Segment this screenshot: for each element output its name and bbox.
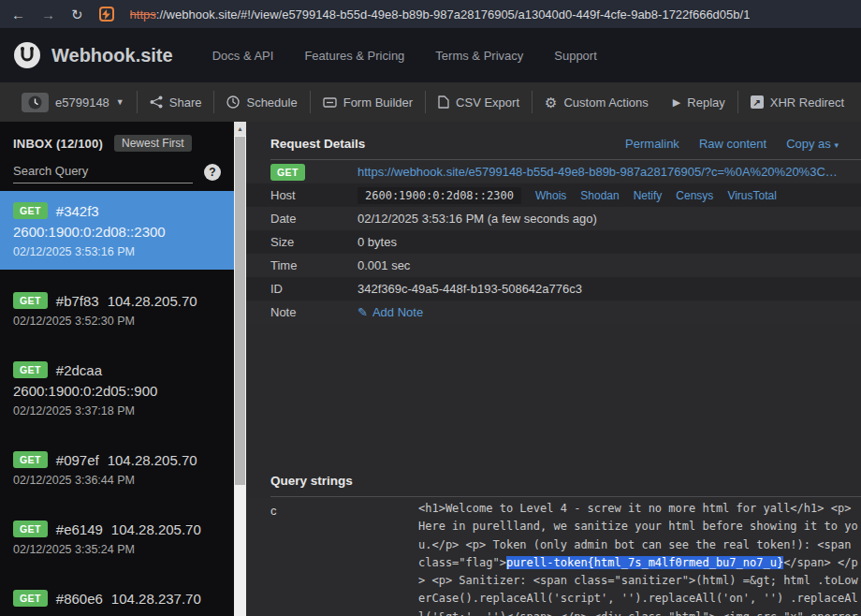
request-list-item[interactable]: GET #097ef 104.28.205.70 02/12/2025 3:36…	[0, 440, 234, 498]
request-ip: 2600:1900:0:2d08::2300	[13, 224, 221, 240]
history-badge	[22, 93, 49, 112]
table-row-host: Host 2600:1900:0:2d08::2300 Whois Shodan…	[246, 183, 861, 207]
top-nav: Docs & API Features & Pricing Terms & Pr…	[212, 49, 597, 63]
sidebar-scrollbar[interactable]: ▲	[234, 122, 246, 616]
request-id: #342f3	[56, 203, 99, 219]
replay-label: Replay	[687, 95, 724, 110]
share-icon	[150, 95, 163, 109]
method-badge: GET	[13, 590, 48, 607]
table-row-size: Size 0 bytes	[246, 230, 861, 254]
request-date: 02/12/2025 3:37:18 PM	[13, 404, 221, 418]
reload-icon[interactable]: ↻	[71, 7, 83, 22]
request-id: #b7f83	[56, 293, 99, 309]
method-badge: GET	[270, 164, 305, 181]
row-label: Note	[270, 305, 358, 319]
request-id: #860e6	[56, 591, 103, 607]
request-date: 02/12/2025 3:35:24 PM	[13, 543, 221, 556]
query-strings-title: Query strings	[246, 474, 861, 488]
scrollbar-up-arrow-icon[interactable]: ▲	[234, 122, 246, 136]
scrollbar-thumb[interactable]	[235, 137, 245, 485]
censys-link[interactable]: Censys	[676, 189, 713, 202]
back-icon[interactable]: ←	[11, 7, 25, 22]
share-button[interactable]: Share	[138, 95, 214, 110]
url-path: ://webhook.site/#!/view/e5799148-b55d-49…	[156, 7, 751, 22]
table-row-note: Note ✎Add Note	[246, 301, 861, 324]
file-icon	[438, 95, 449, 109]
whois-link[interactable]: Whois	[535, 189, 566, 202]
request-ip: 104.28.205.70	[111, 521, 201, 537]
custom-actions-label: Custom Actions	[563, 95, 648, 110]
nav-docs-api[interactable]: Docs & API	[212, 49, 274, 63]
panel-title: Request Details	[270, 137, 625, 151]
brand-title: Webhook.site	[51, 45, 173, 66]
forward-icon[interactable]: →	[41, 7, 55, 22]
search-query-input[interactable]	[13, 160, 193, 183]
csv-export-label: CSV Export	[456, 95, 519, 110]
request-id: #097ef	[56, 452, 99, 468]
method-badge: GET	[13, 292, 48, 309]
request-date: 02/12/2025 3:52:30 PM	[13, 315, 221, 328]
request-list-item[interactable]: GET #342f3 2600:1900:0:2d08::2300 02/12/…	[0, 191, 234, 270]
request-url-link[interactable]: https://webhook.site/e5799148-b55d-49e8-…	[358, 165, 838, 179]
query-param-value: <h1>Welcome to Level 4 - screw it no mor…	[418, 500, 861, 616]
extension-lightning-icon[interactable]	[99, 7, 114, 22]
pencil-icon: ✎	[358, 305, 368, 319]
clock-icon	[28, 95, 42, 110]
request-ip: 104.28.205.70	[108, 293, 197, 309]
copy-as-dropdown[interactable]: Copy as ▾	[786, 137, 839, 151]
request-list-item[interactable]: GET #860e6 104.28.237.70	[0, 579, 234, 616]
sort-order-badge[interactable]: Newest First	[114, 135, 192, 152]
netify-link[interactable]: Netify	[634, 189, 663, 202]
webhook-site-logo-icon	[13, 41, 41, 69]
request-ip: 104.28.205.70	[108, 452, 197, 468]
request-date: 02/12/2025 3:53:16 PM	[13, 245, 221, 258]
raw-content-link[interactable]: Raw content	[699, 137, 766, 151]
address-bar[interactable]: https://webhook.site/#!/view/e5799148-b5…	[130, 7, 751, 22]
copy-as-label: Copy as	[786, 137, 831, 151]
search-help-icon[interactable]: ?	[204, 164, 221, 181]
request-list-item[interactable]: GET #e6149 104.28.205.70 02/12/2025 3:35…	[0, 509, 234, 567]
redirect-now-button[interactable]: Redirect Now	[856, 95, 861, 110]
request-details-panel: Request Details Permalink Raw content Co…	[246, 122, 861, 616]
request-list-item[interactable]: GET #b7f83 104.28.205.70 02/12/2025 3:52…	[0, 281, 234, 339]
lightning-bolt	[102, 9, 110, 20]
replay-button[interactable]: ▶ Replay	[661, 95, 737, 110]
time-value: 0.001 sec	[358, 258, 861, 272]
xhr-redirect-label: XHR Redirect	[770, 95, 844, 110]
chevron-down-icon: ▾	[834, 140, 839, 150]
form-builder-button[interactable]: Form Builder	[311, 95, 425, 110]
shodan-link[interactable]: Shodan	[580, 189, 619, 202]
size-value: 0 bytes	[358, 235, 861, 249]
xhr-redirect-button[interactable]: ↗ XHR Redirect	[738, 95, 856, 110]
csv-export-button[interactable]: CSV Export	[426, 95, 532, 110]
request-ip: 2600:1900:0:2d05::900	[13, 383, 221, 399]
sidebar-header: INBOX (12/100) Newest First ?	[0, 122, 234, 183]
permalink-link[interactable]: Permalink	[625, 137, 679, 151]
row-label: Time	[270, 258, 358, 272]
external-arrow-icon: ↗	[751, 95, 764, 109]
schedule-button[interactable]: Schedule	[214, 95, 309, 110]
request-sidebar: INBOX (12/100) Newest First ? GET #342f3…	[0, 122, 234, 616]
webhook-id-dropdown[interactable]: e5799148 ▼	[9, 93, 137, 112]
form-builder-label: Form Builder	[343, 95, 413, 110]
row-label: ID	[270, 282, 358, 296]
request-uuid-value: 342f369c-49a5-448f-b193-508642a776c3	[358, 282, 861, 296]
webhook-id-label: e5799148	[55, 95, 109, 110]
highlighted-token: purell-token{html_7s_m4lf0rmed_bu7_no7_u…	[506, 556, 783, 569]
nav-features-pricing[interactable]: Features & Pricing	[304, 49, 404, 63]
add-note-label: Add Note	[372, 305, 423, 319]
query-param-key: c	[270, 500, 418, 518]
table-row-id: ID 342f369c-49a5-448f-b193-508642a776c3	[246, 277, 861, 301]
custom-actions-button[interactable]: ⚙ Custom Actions	[533, 95, 661, 110]
request-list-item[interactable]: GET #2dcaa 2600:1900:0:2d05::900 02/12/2…	[0, 350, 234, 429]
inbox-count-label: INBOX (12/100)	[13, 137, 103, 151]
nav-terms-privacy[interactable]: Terms & Privacy	[435, 49, 523, 63]
nav-support[interactable]: Support	[554, 49, 597, 63]
details-table: GET https://webhook.site/e5799148-b55d-4…	[246, 160, 861, 324]
virustotal-link[interactable]: VirusTotal	[727, 189, 776, 202]
site-header: Webhook.site Docs & API Features & Prici…	[0, 28, 861, 82]
request-ip: 104.28.237.70	[111, 591, 201, 607]
query-strings-section: Query strings c <h1>Welcome to Level 4 -…	[246, 474, 861, 616]
add-note-button[interactable]: ✎Add Note	[358, 305, 423, 319]
schedule-clock-icon	[226, 95, 240, 109]
